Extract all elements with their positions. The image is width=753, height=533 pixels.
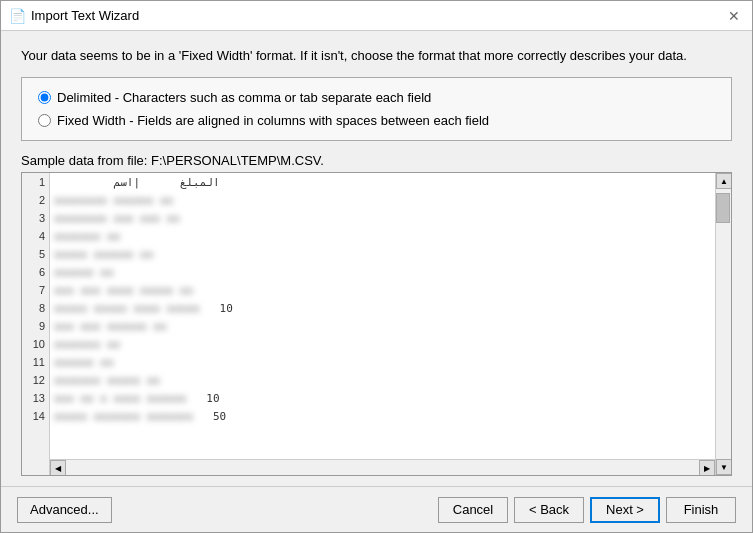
vertical-scrollbar[interactable]: ▲ ▼	[715, 173, 731, 475]
fixed-width-radio[interactable]	[38, 114, 51, 127]
line-num-10: 10	[22, 335, 49, 353]
line-num-11: 11	[22, 353, 49, 371]
data-line-3: xxxxxxxx xxx xxx xx	[50, 209, 715, 227]
data-line-5: xxxxx xxxxxx xx	[50, 245, 715, 263]
delimited-label: Delimited - Characters such as comma or …	[57, 90, 431, 105]
line-num-14: 14	[22, 407, 49, 425]
scroll-up-arrow[interactable]: ▲	[716, 173, 732, 189]
back-button[interactable]: < Back	[514, 497, 584, 523]
cancel-button[interactable]: Cancel	[438, 497, 508, 523]
data-line-1: المبلغ |اسم	[50, 173, 715, 191]
delimited-radio[interactable]	[38, 91, 51, 104]
line-num-1: 1	[22, 173, 49, 191]
scroll-down-arrow[interactable]: ▼	[716, 459, 732, 475]
footer-right: Cancel < Back Next > Finish	[438, 497, 736, 523]
import-text-wizard-window: 📄 Import Text Wizard ✕ Your data seems t…	[0, 0, 753, 533]
format-options-box: Delimited - Characters such as comma or …	[21, 77, 732, 141]
data-line-7: xxx xxx xxxx xxxxx xx	[50, 281, 715, 299]
footer-left: Advanced...	[17, 497, 112, 523]
data-line-9: xxx xxx xxxxxx xx	[50, 317, 715, 335]
advanced-button[interactable]: Advanced...	[17, 497, 112, 523]
title-bar: 📄 Import Text Wizard ✕	[1, 1, 752, 31]
scroll-track[interactable]	[716, 189, 731, 459]
data-line-14: xxxxx xxxxxxx xxxxxxx 50	[50, 407, 715, 425]
window-title: Import Text Wizard	[31, 8, 139, 23]
line-num-7: 7	[22, 281, 49, 299]
line-num-4: 4	[22, 227, 49, 245]
line-num-2: 2	[22, 191, 49, 209]
hscroll-track[interactable]	[66, 460, 699, 475]
data-line-4: xxxxxxx xx	[50, 227, 715, 245]
fixed-width-label: Fixed Width - Fields are aligned in colu…	[57, 113, 489, 128]
line-numbers: 1 2 3 4 5 6 7 8 9 10 11 12 13 14	[22, 173, 50, 475]
delimited-option[interactable]: Delimited - Characters such as comma or …	[38, 90, 715, 105]
wizard-icon: 📄	[9, 8, 25, 24]
title-bar-left: 📄 Import Text Wizard	[9, 8, 139, 24]
next-button[interactable]: Next >	[590, 497, 660, 523]
sample-data-section: Sample data from file: F:\PERSONAL\TEMP\…	[21, 153, 732, 476]
line-num-3: 3	[22, 209, 49, 227]
data-line-8: xxxxx xxxxx xxxx xxxxx 10	[50, 299, 715, 317]
sample-data-label: Sample data from file: F:\PERSONAL\TEMP\…	[21, 153, 732, 168]
description-text: Your data seems to be in a 'Fixed Width'…	[21, 47, 732, 65]
close-button[interactable]: ✕	[724, 6, 744, 26]
content-area: Your data seems to be in a 'Fixed Width'…	[1, 31, 752, 486]
horizontal-scrollbar[interactable]: ◀ ▶	[50, 459, 715, 475]
data-line-2: xxxxxxxx xxxxxx xx	[50, 191, 715, 209]
scroll-left-arrow[interactable]: ◀	[50, 460, 66, 475]
footer: Advanced... Cancel < Back Next > Finish	[1, 486, 752, 532]
data-content: المبلغ |اسم xxxxxxxx xxxxxx xx xxxxxxxx …	[50, 173, 715, 475]
data-line-12: xxxxxxx xxxxx xx	[50, 371, 715, 389]
line-num-5: 5	[22, 245, 49, 263]
finish-button[interactable]: Finish	[666, 497, 736, 523]
data-line-6: xxxxxx xx	[50, 263, 715, 281]
line-num-8: 8	[22, 299, 49, 317]
line-num-9: 9	[22, 317, 49, 335]
scroll-right-arrow[interactable]: ▶	[699, 460, 715, 475]
scroll-thumb[interactable]	[716, 193, 730, 223]
data-line-13: xxx xx x xxxx xxxxxx 10	[50, 389, 715, 407]
data-scroll-area[interactable]: المبلغ |اسم xxxxxxxx xxxxxx xx xxxxxxxx …	[50, 173, 715, 459]
line-num-13: 13	[22, 389, 49, 407]
fixed-width-option[interactable]: Fixed Width - Fields are aligned in colu…	[38, 113, 715, 128]
data-line-10: xxxxxxx xx	[50, 335, 715, 353]
sample-data-container: 1 2 3 4 5 6 7 8 9 10 11 12 13 14	[21, 172, 732, 476]
data-line-11: xxxxxx xx	[50, 353, 715, 371]
line-num-6: 6	[22, 263, 49, 281]
line-num-12: 12	[22, 371, 49, 389]
